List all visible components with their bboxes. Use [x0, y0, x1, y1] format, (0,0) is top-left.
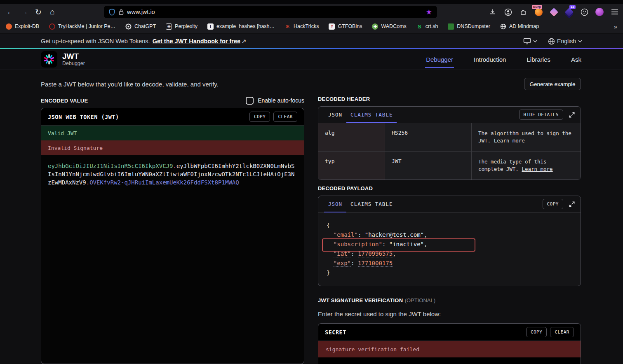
hashcat-icon: I: [207, 23, 214, 30]
bookmark-example-hashes[interactable]: I example_hashes [hash…: [207, 23, 275, 30]
bookmark-crtsh[interactable]: S crt.sh: [416, 23, 438, 30]
account-icon[interactable]: [503, 7, 513, 17]
generate-example-button[interactable]: Generate example: [524, 78, 581, 90]
claim-key: typ: [318, 151, 385, 180]
decoded-column: DECODED HEADER JSON CLAIMS TABLE HIDE DE…: [318, 96, 581, 364]
external-link-icon: ↗: [241, 38, 246, 44]
autofocus-toggle[interactable]: Enable auto-focus: [246, 97, 304, 105]
decoded-payload-card: JSON CLAIMS TABLE COPY { "email": "hacke…: [318, 196, 581, 286]
bookmark-wadcoms[interactable]: ✚ WADComs: [372, 23, 406, 30]
theme-selector[interactable]: [523, 38, 537, 44]
browser-toolbar: ← → ↻ ⌂ www.jwt.io ★: [0, 4, 623, 20]
burp-suite-extension-icon[interactable]: Burp: [534, 7, 543, 17]
chatgpt-icon: [125, 23, 132, 30]
token-copy-button[interactable]: COPY: [249, 112, 270, 122]
jwt-logo-icon[interactable]: [41, 51, 57, 68]
learn-more-link[interactable]: Learn more: [522, 166, 552, 172]
monitor-icon: [523, 38, 531, 44]
back-button[interactable]: ←: [3, 6, 17, 18]
claim-iat-line: "iat": 1770996575,: [327, 249, 572, 259]
secret-card: SECRET COPY CLEAR signature verification…: [318, 323, 581, 364]
bookmarks-bar: Exploit-DB TryHackMe | Junior Pe… ChatGP…: [0, 20, 623, 33]
bookmark-dnsdumpster[interactable]: DNSDumpster: [448, 23, 490, 30]
extension-count-badge: 18: [569, 5, 576, 9]
learn-more-link[interactable]: Learn more: [494, 138, 525, 144]
secret-card-title: SECRET: [325, 329, 346, 336]
bookmarks-overflow-chevron[interactable]: »: [614, 23, 617, 30]
valid-jwt-status: Valid JWT: [41, 126, 304, 140]
nav-debugger[interactable]: Debugger: [425, 50, 454, 69]
gtfobins-icon: #: [329, 23, 335, 30]
autofocus-label: Enable auto-focus: [258, 97, 304, 104]
wappalyzer-extension-icon[interactable]: 18: [564, 7, 574, 17]
bookmark-perplexity[interactable]: ✳ Perplexity: [166, 23, 197, 30]
payload-json-view[interactable]: { "email": "hacker@test.com", "subscript…: [318, 212, 581, 286]
autofocus-checkbox[interactable]: [246, 97, 254, 105]
nav-ask[interactable]: Ask: [570, 50, 582, 69]
signature-verification-title: JWT SIGNATURE VERIFICATION (OPTIONAL): [318, 296, 581, 304]
extensions-puzzle-icon[interactable]: [518, 7, 528, 17]
bookmark-chatgpt[interactable]: ChatGPT: [125, 23, 156, 30]
payload-tab-json[interactable]: JSON: [324, 201, 346, 212]
token-clear-button[interactable]: CLEAR: [273, 112, 297, 122]
bookmark-gtfobins[interactable]: # GTFOBins: [329, 23, 362, 30]
jwt-io-page: Get up-to-speed with JSON Web Tokens. Ge…: [0, 33, 623, 364]
claim-description: The algorithm used to sign the JWT. Lear…: [472, 123, 581, 151]
promo-text: Get up-to-speed with JSON Web Tokens.: [41, 38, 150, 44]
encoded-value-column: ENCODED VALUE Enable auto-focus JSON WEB…: [41, 96, 304, 364]
payload-copy-button[interactable]: COPY: [543, 199, 564, 209]
tryhackme-icon: [49, 23, 55, 30]
secret-copy-button[interactable]: COPY: [526, 327, 547, 337]
perplexity-icon: ✳: [166, 23, 172, 30]
header-tab-claims-table[interactable]: CLAIMS TABLE: [346, 112, 397, 123]
toolbar-actions: Burp 18: [488, 4, 620, 20]
bookmark-tryhackme[interactable]: TryHackMe | Junior Pe…: [49, 23, 115, 30]
gradient-diamond-extension-icon[interactable]: [549, 7, 559, 17]
bookmark-exploit-db[interactable]: Exploit-DB: [6, 23, 39, 30]
foxyproxy-extension-icon[interactable]: [595, 7, 604, 17]
secret-clear-button[interactable]: CLEAR: [550, 327, 574, 337]
tracking-shield-icon[interactable]: [109, 9, 115, 16]
wadcoms-icon: ✚: [372, 23, 378, 30]
url-bar[interactable]: www.jwt.io ★: [104, 6, 437, 18]
token-card-title: JSON WEB TOKEN (JWT): [48, 114, 119, 120]
language-label: English: [557, 38, 576, 44]
language-selector[interactable]: English: [548, 38, 582, 45]
site-nav: Debugger Introduction Libraries Ask: [425, 50, 582, 69]
handbook-link[interactable]: Get the JWT Handbook for free: [153, 38, 241, 44]
reload-button[interactable]: ↻: [31, 6, 45, 18]
lock-icon[interactable]: [119, 9, 124, 15]
decoded-payload-label: DECODED PAYLOAD: [318, 185, 581, 196]
nav-introduction[interactable]: Introduction: [473, 50, 507, 69]
downloads-icon[interactable]: [488, 7, 498, 17]
logo-title: JWT: [62, 52, 85, 61]
hide-details-button[interactable]: HIDE DETAILS: [519, 110, 563, 120]
payload-tab-claims-table[interactable]: CLAIMS TABLE: [346, 201, 397, 212]
bookmark-star-icon[interactable]: ★: [426, 8, 432, 16]
nav-libraries[interactable]: Libraries: [526, 50, 551, 69]
secret-input[interactable]: a-string-secret-at-least-256-bits-long: [318, 357, 581, 364]
token-header-segment: eyJhbGciOiJIUzI1NiIsInR5cCI6IkpXVCJ9: [48, 163, 173, 169]
claim-exp-line: "exp": 1771000175: [327, 259, 572, 268]
hacktricks-icon: Ж: [284, 23, 291, 30]
jwt-token-input[interactable]: eyJhbGciOiJIUzI1NiIsInR5cCI6IkpXVCJ9.eyJ…: [41, 155, 304, 193]
secret-instruction: Enter the secret used to sign the JWT be…: [318, 310, 581, 317]
cookie-extension-icon[interactable]: [579, 7, 589, 17]
decoded-header-label: DECODED HEADER: [318, 96, 581, 106]
home-button[interactable]: ⌂: [45, 6, 59, 18]
expand-icon[interactable]: [569, 201, 575, 207]
jwt-token-card: JSON WEB TOKEN (JWT) COPY CLEAR Valid JW…: [41, 108, 304, 364]
url-text[interactable]: www.jwt.io: [127, 9, 426, 15]
menu-hamburger-icon[interactable]: [610, 7, 620, 17]
expand-icon[interactable]: [569, 112, 575, 118]
forward-button[interactable]: →: [17, 6, 31, 18]
ad-mindmap-globe-icon: [500, 23, 506, 30]
bookmark-hacktricks[interactable]: Ж HackTricks: [284, 23, 319, 30]
tab-strip: [0, 0, 623, 4]
site-header: JWT Debugger Debugger Introduction Libra…: [0, 49, 623, 70]
header-tab-json[interactable]: JSON: [324, 112, 346, 123]
claim-value: JWT: [385, 151, 472, 180]
bookmark-ad-mindmap[interactable]: AD Mindmap: [500, 23, 539, 30]
claim-value: HS256: [385, 123, 472, 151]
invalid-signature-status: Invalid Signature: [41, 140, 304, 155]
